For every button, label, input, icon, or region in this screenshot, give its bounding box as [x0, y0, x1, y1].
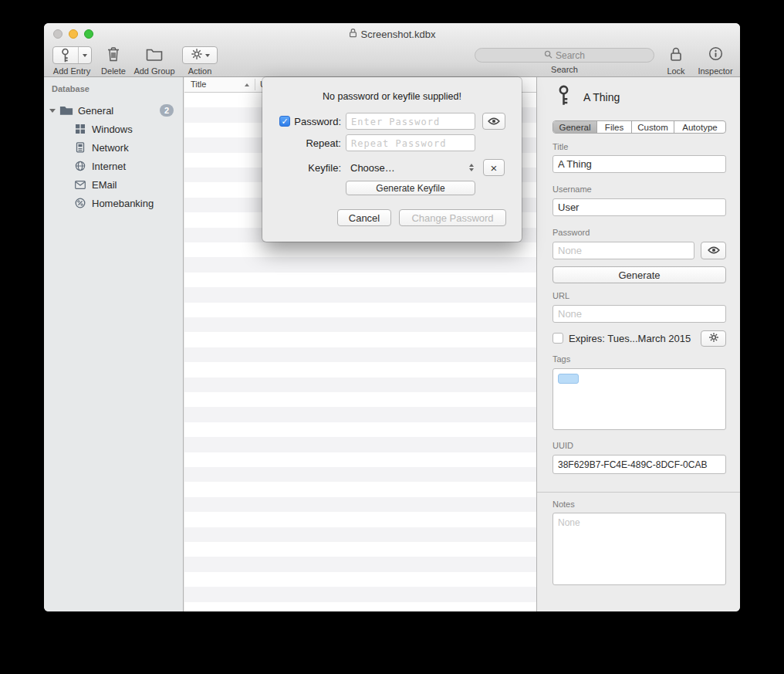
- notes-placeholder: None: [558, 517, 580, 528]
- window-title-text: Screenshot.kdbx: [361, 29, 436, 40]
- action-label: Action: [188, 66, 212, 76]
- sidebar-item-windows[interactable]: Windows: [44, 120, 183, 138]
- password-label: Password: [553, 228, 590, 237]
- tags-field[interactable]: [553, 368, 726, 430]
- username-label: Username: [553, 185, 592, 194]
- expires-settings-button[interactable]: [701, 330, 726, 347]
- sidebar-header: Database: [52, 84, 183, 93]
- gear-icon: [191, 48, 203, 63]
- folder-icon: [146, 47, 163, 64]
- search-icon: [544, 50, 553, 61]
- action-item: Action: [180, 46, 220, 76]
- add-group-button[interactable]: [143, 46, 166, 64]
- column-header-title[interactable]: Title: [191, 80, 206, 89]
- add-group-label: Add Group: [133, 66, 174, 76]
- lock-label: Lock: [667, 66, 684, 76]
- delete-button[interactable]: [104, 46, 123, 64]
- url-label: URL: [553, 291, 569, 300]
- sidebar-item-email[interactable]: EMail: [44, 175, 183, 194]
- lock-item: Lock: [661, 46, 691, 76]
- change-password-dialog: No password or keyfile supplied! ✓ Passw…: [262, 77, 522, 242]
- tag-token[interactable]: [558, 374, 579, 384]
- inspector-tabs: General Files Custom Autotype: [553, 120, 726, 134]
- network-icon: [73, 142, 87, 153]
- dialog-message: No password or keyfile supplied!: [262, 91, 522, 102]
- add-entry-label: Add Entry: [53, 66, 90, 76]
- password-field[interactable]: [553, 242, 694, 259]
- inspector-button[interactable]: [705, 46, 726, 64]
- sidebar-item-label: General: [78, 105, 160, 117]
- expires-label: Expires: Tues...March 2015: [569, 333, 691, 344]
- generate-keyfile-button[interactable]: Generate Keyfile: [346, 181, 475, 195]
- password-checkbox[interactable]: ✓: [279, 116, 290, 127]
- sidebar: Database General 2 Windows Network: [44, 77, 184, 611]
- add-group-item: Add Group: [130, 46, 178, 76]
- url-field[interactable]: [553, 305, 726, 323]
- tab-autotype[interactable]: Autotype: [674, 121, 725, 133]
- notes-field[interactable]: None: [553, 513, 726, 585]
- gear-icon: [708, 332, 719, 345]
- clear-keyfile-button[interactable]: ×: [483, 159, 505, 176]
- sidebar-item-internet[interactable]: Internet: [44, 157, 183, 175]
- key-icon[interactable]: [53, 47, 79, 63]
- tab-general[interactable]: General: [553, 121, 597, 133]
- sidebar-item-network[interactable]: Network: [44, 138, 183, 157]
- chevron-down-icon: [205, 54, 210, 57]
- window-chrome: Screenshot.kdbx Add Entry Delete: [44, 23, 740, 77]
- trash-icon: [107, 46, 120, 65]
- reveal-password-button[interactable]: [701, 242, 726, 259]
- window-title: Screenshot.kdbx: [44, 28, 740, 40]
- lock-button[interactable]: [667, 46, 685, 64]
- tab-custom[interactable]: Custom: [632, 121, 674, 133]
- sort-ascending-icon: [245, 83, 249, 86]
- delete-item: Delete: [96, 46, 130, 76]
- sidebar-item-label: Windows: [92, 124, 183, 135]
- column-separator[interactable]: [255, 79, 255, 90]
- folder-icon: [59, 105, 73, 116]
- username-field[interactable]: [553, 198, 726, 216]
- stepper-icon: [469, 164, 474, 171]
- sidebar-item-label: EMail: [92, 179, 183, 191]
- search-input[interactable]: Search: [475, 48, 654, 63]
- keyfile-select[interactable]: Choose…: [346, 159, 475, 176]
- sidebar-item-label: Network: [92, 142, 183, 154]
- sidebar-item-homebanking[interactable]: Homebanking: [44, 194, 183, 212]
- cancel-button[interactable]: Cancel: [337, 209, 391, 226]
- sidebar-item-label: Internet: [92, 161, 183, 172]
- dialog-repeat-input[interactable]: [346, 134, 475, 151]
- dialog-password-input[interactable]: [346, 113, 475, 130]
- notes-label: Notes: [553, 500, 575, 509]
- change-password-button[interactable]: Change Password: [399, 209, 506, 226]
- sidebar-item-general[interactable]: General 2: [44, 101, 183, 120]
- keyfile-selected-value: Choose…: [346, 162, 469, 174]
- sidebar-item-label: Homebanking: [92, 198, 183, 209]
- dialog-repeat-label: Repeat:: [290, 137, 341, 149]
- dialog-password-label: Password:: [290, 116, 341, 127]
- check-icon: ✓: [281, 117, 288, 126]
- dialog-reveal-password-button[interactable]: [482, 113, 505, 130]
- key-icon: [557, 85, 570, 110]
- eye-icon: [708, 245, 720, 256]
- inspector-item: Inspector: [694, 46, 736, 76]
- inspector-label: Inspector: [698, 66, 732, 76]
- document-lock-icon: [349, 28, 357, 40]
- expires-checkbox[interactable]: [553, 333, 563, 344]
- app-window: Screenshot.kdbx Add Entry Delete: [44, 23, 740, 611]
- tags-label: Tags: [553, 354, 570, 364]
- entry-title: A Thing: [583, 91, 620, 103]
- add-entry-dropdown[interactable]: [79, 47, 91, 63]
- uuid-field[interactable]: [553, 455, 726, 474]
- delete-label: Delete: [101, 66, 126, 76]
- title-field[interactable]: [553, 155, 726, 173]
- title-label: Title: [553, 142, 568, 151]
- lock-icon: [670, 46, 682, 65]
- eye-icon: [488, 116, 500, 127]
- tab-files[interactable]: Files: [597, 121, 632, 133]
- info-icon: [708, 46, 723, 64]
- disclosure-triangle-icon[interactable]: [49, 109, 56, 113]
- add-entry-button[interactable]: [52, 46, 92, 64]
- globe-icon: [73, 161, 87, 171]
- action-button[interactable]: [182, 46, 218, 64]
- generate-button[interactable]: Generate: [553, 266, 726, 283]
- section-divider: [537, 492, 740, 493]
